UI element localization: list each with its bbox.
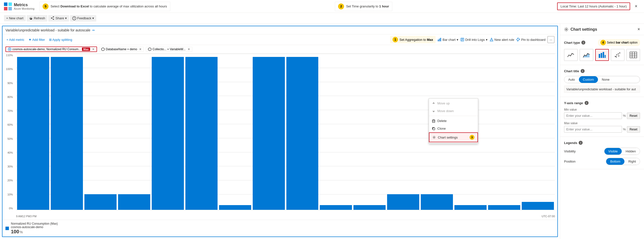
add-metric-button[interactable]: + Add metric	[6, 37, 26, 42]
feedback-button[interactable]: Feedback ▾	[70, 15, 96, 22]
visibility-toggle: Visible Hidden	[604, 148, 640, 155]
legends-info[interactable]: i	[579, 141, 582, 145]
chart-type-info[interactable]: i	[582, 40, 585, 44]
new-chart-button[interactable]: + New chart	[4, 15, 26, 21]
min-reset-button[interactable]: Reset	[627, 112, 640, 119]
max-value-input[interactable]	[564, 126, 622, 132]
y-axis-section: Y-axis range i Min value % Reset Max val…	[560, 97, 644, 137]
svg-rect-12	[432, 120, 435, 122]
max-value-label: Max value	[564, 122, 640, 125]
add-filter-button[interactable]: ▼ Add filter	[28, 37, 46, 42]
share-button[interactable]: Share ▾	[48, 15, 69, 22]
tip2-box: 2 Set Time granularity to 1 hour	[335, 2, 392, 11]
time-range-selector[interactable]: Local Time: Last 12 hours (Automatic - 1…	[557, 2, 630, 10]
main-toolbar: + New chart Refresh Share ▾ Feedback ▾	[0, 13, 644, 24]
database-filter-close[interactable]: ✕	[139, 48, 142, 51]
bar-14[interactable]	[454, 205, 486, 210]
chart-title-toggle: Auto Custom None	[564, 76, 640, 83]
tip5-number: 5	[42, 4, 48, 10]
area-chart-option[interactable]	[580, 49, 593, 61]
bar-chart-option[interactable]	[595, 49, 609, 61]
legend-title: Normalized RU Consumption (Max)	[11, 222, 58, 226]
line-chart-option[interactable]	[564, 49, 578, 61]
min-value-input[interactable]	[564, 112, 622, 119]
bar-6[interactable]	[186, 57, 218, 210]
legends-section: Legends i Visibility Visible Hidden Posi…	[560, 137, 644, 169]
chart-title-info[interactable]: i	[581, 69, 584, 73]
chart-legend: Normalized RU Consumption (Max) cosmos-a…	[2, 220, 557, 236]
tip2-text: Set Time granularity to 1 hour	[346, 4, 389, 8]
min-suffix: %	[623, 114, 626, 118]
svg-point-25	[616, 56, 617, 58]
context-menu: Move up Move down Delete	[429, 98, 478, 144]
svg-point-24	[619, 52, 620, 54]
bar-5[interactable]	[152, 57, 184, 210]
menu-move-up: Move up	[429, 100, 478, 107]
position-toggle: Bottom Right	[606, 158, 640, 165]
database-filter-label: DatabaseName = demo	[106, 48, 137, 51]
bar-2[interactable]	[51, 57, 83, 210]
bar-7[interactable]	[219, 205, 251, 210]
menu-move-down: Move down	[429, 107, 478, 115]
settings-panel: Chart settings × Chart type i 4 Select b…	[560, 24, 644, 239]
bar-9[interactable]	[286, 57, 318, 210]
menu-clone[interactable]: Clone	[429, 125, 478, 132]
y-axis-info[interactable]: i	[584, 101, 588, 105]
menu-delete[interactable]: Delete	[429, 117, 478, 125]
max-suffix: %	[623, 128, 626, 131]
bar-4[interactable]	[118, 194, 150, 210]
svg-rect-7	[440, 38, 441, 41]
x-axis: 9 AM 12 PM 3 PM UTC-07:00	[16, 215, 555, 218]
bar-1[interactable]	[17, 57, 49, 210]
position-right-option[interactable]: Right	[624, 158, 640, 165]
title-none-option[interactable]: None	[598, 76, 614, 83]
scatter-chart-option[interactable]	[611, 49, 624, 61]
bar-15[interactable]	[488, 205, 520, 210]
metric-filter-close[interactable]: ✕	[92, 48, 94, 51]
aggregation-hint: Set Aggregation to Max	[400, 38, 433, 42]
max-reset-button[interactable]: Reset	[627, 126, 640, 132]
app-subtitle: Azure Monitoring	[14, 7, 34, 10]
edit-title-icon[interactable]: ✏	[92, 28, 95, 32]
title-custom-option[interactable]: Custom	[579, 76, 598, 83]
svg-rect-6	[439, 38, 440, 41]
svg-point-22	[616, 54, 617, 56]
bar-12[interactable]	[387, 194, 419, 210]
drill-logs-button[interactable]: Drill into Logs ▾	[460, 38, 488, 42]
svg-rect-17	[599, 54, 600, 58]
tip4-text: Select bar chart option	[607, 41, 638, 44]
chart-title-preview[interactable]: Variable/unpredictable workload - suitab…	[564, 86, 640, 93]
svg-rect-2	[4, 7, 8, 10]
new-alert-rule-button[interactable]: New alert rule	[490, 38, 514, 42]
svg-marker-10	[102, 48, 104, 51]
svg-rect-5	[438, 40, 438, 41]
min-value-label: Min value	[564, 108, 640, 111]
close-button[interactable]: ×	[632, 2, 640, 10]
pin-dashboard-button[interactable]: Pin to dashboard	[516, 38, 546, 42]
title-auto-option[interactable]: Auto	[564, 76, 579, 83]
bar-3[interactable]	[84, 194, 116, 210]
bar-16[interactable]	[522, 202, 554, 210]
grid-chart-option[interactable]	[626, 49, 640, 61]
position-bottom-option[interactable]: Bottom	[606, 158, 624, 165]
more-options-button[interactable]: ···	[548, 36, 554, 43]
apply-splitting-button[interactable]: ⊞ Apply splitting	[48, 37, 73, 42]
bar-chart-selector[interactable]: Bar chart ▾	[438, 38, 458, 42]
bar-13[interactable]	[421, 194, 453, 210]
bar-8[interactable]	[253, 57, 285, 210]
bar-11[interactable]	[354, 205, 386, 210]
chart-type-options	[564, 49, 640, 61]
panel-close-button[interactable]: ×	[637, 27, 640, 32]
tip4-number: 4	[600, 40, 606, 45]
svg-marker-11	[148, 48, 151, 51]
visibility-hidden-option[interactable]: Hidden	[622, 148, 640, 155]
visibility-visible-option[interactable]: Visible	[604, 148, 622, 155]
collection-filter-close[interactable]: ✕	[188, 48, 190, 51]
refresh-button[interactable]: Refresh	[27, 15, 48, 22]
menu-chart-settings[interactable]: Chart settings 3	[429, 132, 478, 142]
bar-10[interactable]	[320, 205, 352, 210]
svg-rect-19	[603, 52, 604, 58]
tip5-text: Select Download to Excel to calculate av…	[50, 4, 167, 8]
chart-type-section: Chart type i 4 Select bar chart option	[560, 35, 644, 65]
chart-title-section: Chart title i Auto Custom None Variable/…	[560, 65, 644, 97]
